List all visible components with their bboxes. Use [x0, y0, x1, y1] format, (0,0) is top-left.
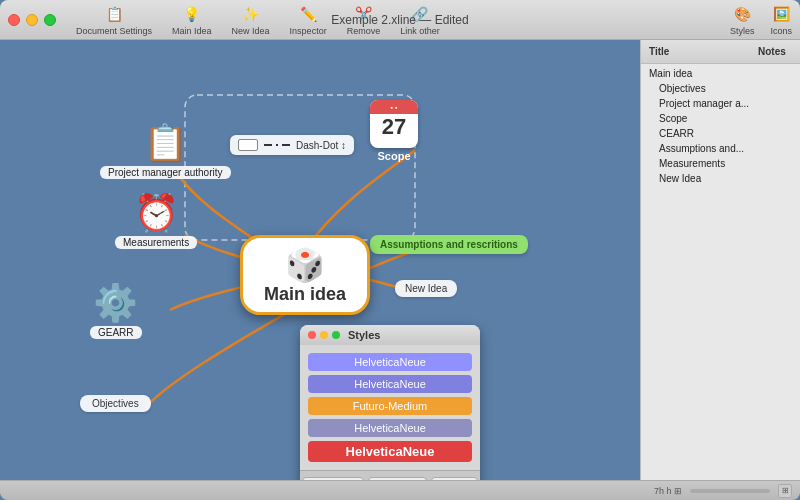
- objectives-label: Objectives: [92, 398, 139, 409]
- assumptions-label: Assumptions and rescritions: [380, 239, 518, 250]
- dash-dot-label: Dash-Dot ↕: [296, 140, 346, 151]
- dash-dot-toolbar[interactable]: Dash-Dot ↕: [230, 135, 354, 155]
- scope-label: Scope: [377, 150, 410, 162]
- toolbar-inspector[interactable]: ✏️ Inspector: [290, 4, 327, 36]
- apply-style-button[interactable]: Apply: [431, 477, 478, 480]
- gearr-node[interactable]: ⚙️ GEARR: [90, 282, 142, 339]
- style-item-4-label: HelveticaNeue: [354, 422, 426, 434]
- calendar-top: ▪ ▪: [370, 100, 418, 114]
- gearr-label: GEARR: [90, 326, 142, 339]
- styles-panel-titlebar: Styles: [300, 325, 480, 345]
- gear-icon: ⚙️: [93, 282, 138, 324]
- dash-line-preview: [264, 144, 290, 146]
- styles-footer: Add from selection Remove Apply: [300, 470, 480, 480]
- panel-item-main[interactable]: Main idea: [641, 66, 800, 81]
- toolbar-link-other-label: Link other: [400, 26, 440, 36]
- add-from-selection-button[interactable]: Add from selection: [302, 477, 363, 480]
- panel-list: Main idea Objectives Project manager a..…: [641, 64, 800, 480]
- calendar-num: 27: [382, 114, 406, 140]
- assumptions-node[interactable]: Assumptions and rescritions: [370, 235, 528, 254]
- status-bar: 7h h ⊞ ⊞: [0, 480, 800, 500]
- notes-col-header: Notes: [750, 44, 800, 59]
- panel-item-assumptions[interactable]: Assumptions and...: [641, 141, 800, 156]
- close-button[interactable]: [8, 14, 20, 26]
- panel-item-new-idea-label: New Idea: [659, 173, 701, 184]
- objectives-node[interactable]: Objectives: [80, 395, 151, 412]
- panel-item-scope-label: Scope: [659, 113, 687, 124]
- main-idea-node[interactable]: 🎲 Main idea: [240, 235, 370, 315]
- status-right: 7h h ⊞ ⊞: [654, 484, 792, 498]
- toolbar-icons-label: Icons: [770, 26, 792, 36]
- app-window: 📋 Document Settings 💡 Main Idea ✨ New Id…: [0, 0, 800, 500]
- toolbar-styles[interactable]: 🎨 Styles: [730, 4, 755, 36]
- title-col-header: Title: [641, 44, 750, 59]
- dice-icon: 🎲: [285, 246, 325, 284]
- panel-item-assumptions-label: Assumptions and...: [659, 143, 744, 154]
- panel-item-project-manager[interactable]: Project manager a...: [641, 96, 800, 111]
- remove-style-button[interactable]: Remove: [368, 477, 427, 480]
- style-item-1-label: HelveticaNeue: [354, 356, 426, 368]
- style-item-1[interactable]: HelveticaNeue: [308, 353, 472, 371]
- toolbar-icons[interactable]: 🖼️ Icons: [770, 4, 792, 36]
- panel-item-cearr[interactable]: CEARR: [641, 126, 800, 141]
- toolbar-new-idea[interactable]: ✨ New Idea: [232, 4, 270, 36]
- panel-item-measurements[interactable]: Measurements: [641, 156, 800, 171]
- panel-item-measurements-label: Measurements: [659, 158, 725, 169]
- new-idea-label: New Idea: [405, 283, 447, 294]
- mind-map-canvas[interactable]: Dash-Dot ↕ 🎲 Main idea 📋 Project manager…: [0, 40, 640, 480]
- content-area: Dash-Dot ↕ 🎲 Main idea 📋 Project manager…: [0, 40, 800, 480]
- toolbar-main-idea-label: Main Idea: [172, 26, 212, 36]
- zoom-slider[interactable]: [690, 489, 770, 493]
- styles-panel-title: Styles: [348, 329, 380, 341]
- toolbar-main-idea[interactable]: 💡 Main Idea: [172, 4, 212, 36]
- toolbar-styles-label: Styles: [730, 26, 755, 36]
- panel-item-new-idea[interactable]: New Idea: [641, 171, 800, 186]
- styles-close[interactable]: [308, 331, 316, 339]
- traffic-lights: [8, 14, 56, 26]
- clock-icon: ⏰: [134, 192, 179, 234]
- toolbar-document-settings[interactable]: 📋 Document Settings: [76, 4, 152, 36]
- panel-header: Title Notes: [641, 40, 800, 64]
- style-item-4[interactable]: HelveticaNeue: [308, 419, 472, 437]
- panel-item-cearr-label: CEARR: [659, 128, 694, 139]
- panel-item-objectives-label: Objectives: [659, 83, 706, 94]
- toolbar-right: 🎨 Styles 🖼️ Icons: [730, 4, 792, 36]
- project-manager-label: Project manager authority: [100, 166, 231, 179]
- panel-item-objectives[interactable]: Objectives: [641, 81, 800, 96]
- toolbar-new-idea-label: New Idea: [232, 26, 270, 36]
- styles-icon: 🎨: [732, 4, 752, 24]
- zoom-level: 7h h ⊞: [654, 486, 682, 496]
- new-idea-icon: ✨: [241, 4, 261, 24]
- main-idea-label: Main idea: [264, 284, 346, 305]
- project-manager-icon: 📋: [143, 122, 188, 164]
- style-item-2-label: HelveticaNeue: [354, 378, 426, 390]
- style-item-5[interactable]: HelveticaNeue: [308, 441, 472, 462]
- minimize-button[interactable]: [26, 14, 38, 26]
- new-idea-branch-node[interactable]: New Idea: [395, 280, 457, 297]
- document-settings-icon: 📋: [104, 4, 124, 24]
- window-title: Exemple 2.xline — Edited: [331, 13, 468, 27]
- measurements-node[interactable]: ⏰ Measurements: [115, 192, 197, 249]
- right-panel: Title Notes Main idea Objectives Project…: [640, 40, 800, 480]
- style-item-2[interactable]: HelveticaNeue: [308, 375, 472, 393]
- project-manager-node[interactable]: 📋 Project manager authority: [100, 122, 231, 179]
- styles-panel: Styles HelveticaNeue HelveticaNeue Futur…: [300, 325, 480, 480]
- panel-item-scope[interactable]: Scope: [641, 111, 800, 126]
- style-item-3[interactable]: Futuro-Medium: [308, 397, 472, 415]
- panel-item-project-manager-label: Project manager a...: [659, 98, 749, 109]
- style-item-5-label: HelveticaNeue: [346, 444, 435, 459]
- toolbar-remove-label: Remove: [347, 26, 381, 36]
- styles-maximize[interactable]: [332, 331, 340, 339]
- view-toggle[interactable]: ⊞: [778, 484, 792, 498]
- main-idea-icon: 💡: [182, 4, 202, 24]
- styles-minimize[interactable]: [320, 331, 328, 339]
- measurements-label: Measurements: [115, 236, 197, 249]
- icons-icon: 🖼️: [771, 4, 791, 24]
- toolbar-inspector-label: Inspector: [290, 26, 327, 36]
- styles-content: HelveticaNeue HelveticaNeue Futuro-Mediu…: [300, 345, 480, 470]
- titlebar: 📋 Document Settings 💡 Main Idea ✨ New Id…: [0, 0, 800, 40]
- style-item-3-label: Futuro-Medium: [353, 400, 428, 412]
- maximize-button[interactable]: [44, 14, 56, 26]
- inspector-icon: ✏️: [298, 4, 318, 24]
- scope-node[interactable]: ▪ ▪ 27 Scope: [370, 100, 418, 162]
